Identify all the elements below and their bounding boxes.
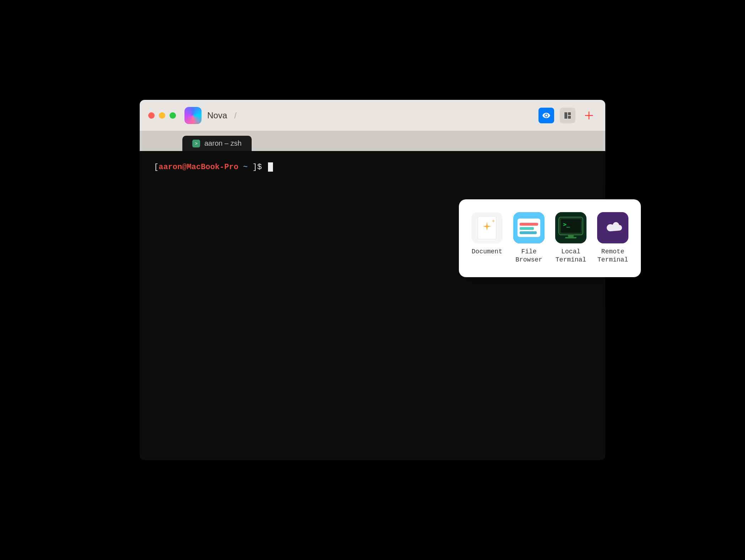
add-tab-button[interactable] (581, 108, 597, 123)
svg-rect-7 (520, 223, 538, 226)
traffic-lights (148, 112, 176, 119)
tab-terminal-icon: > (192, 140, 200, 147)
close-button[interactable] (148, 112, 155, 119)
main-window: Nova / (140, 100, 605, 460)
active-tab[interactable]: > aaron – zsh (182, 136, 252, 151)
local-terminal-icon: >_ (555, 212, 586, 243)
plus-icon (584, 111, 594, 120)
app-title: Nova (207, 111, 227, 120)
svg-rect-15 (565, 237, 577, 238)
remote-terminal-icon (597, 212, 628, 243)
bracket-open: [ (154, 163, 159, 172)
prompt-host: MacBook-Pro (187, 163, 238, 172)
minimize-button[interactable] (159, 112, 165, 119)
new-tab-popup: Document File Browser (459, 199, 641, 277)
popup-item-local-terminal[interactable]: >_ Local Terminal (551, 208, 590, 269)
svg-rect-9 (520, 231, 537, 234)
local-terminal-label: Local Terminal (556, 248, 586, 264)
prompt-line: [ aaron @ MacBook-Pro ~ ]$ (154, 162, 591, 172)
remote-terminal-label: Remote Terminal (597, 248, 628, 264)
tab-title: aaron – zsh (204, 139, 242, 147)
prompt-brackets: ]$ (252, 163, 262, 172)
app-logo (184, 107, 202, 124)
prompt-at: @ (182, 163, 187, 172)
popup-item-document[interactable]: Document (467, 208, 507, 269)
svg-rect-2 (568, 116, 571, 119)
titlebar-divider: / (234, 111, 237, 120)
layout-icon (563, 111, 572, 120)
eye-icon (542, 111, 551, 120)
eye-button[interactable] (538, 108, 554, 123)
titlebar: Nova / (140, 100, 605, 131)
svg-text:>_: >_ (563, 221, 570, 228)
document-icon (471, 212, 503, 243)
prompt-space (238, 163, 243, 172)
file-browser-icon (513, 212, 545, 243)
svg-rect-14 (568, 235, 574, 237)
prompt-space3 (262, 163, 267, 172)
svg-rect-0 (564, 112, 567, 119)
popup-item-remote-terminal[interactable]: Remote Terminal (593, 208, 632, 269)
layout-button[interactable] (560, 108, 575, 123)
cursor (268, 162, 273, 172)
terminal-content[interactable]: [ aaron @ MacBook-Pro ~ ]$ (140, 151, 605, 460)
file-browser-label: File Browser (514, 248, 544, 264)
popup-item-file-browser[interactable]: File Browser (509, 208, 548, 269)
tabbar: > aaron – zsh (140, 131, 605, 151)
maximize-button[interactable] (170, 112, 176, 119)
prompt-space2 (248, 163, 252, 172)
document-label: Document (472, 248, 502, 256)
prompt-tilde: ~ (243, 163, 248, 172)
titlebar-actions (538, 108, 597, 123)
prompt-user: aaron (159, 163, 182, 172)
svg-rect-1 (568, 112, 571, 115)
svg-rect-8 (520, 227, 534, 230)
